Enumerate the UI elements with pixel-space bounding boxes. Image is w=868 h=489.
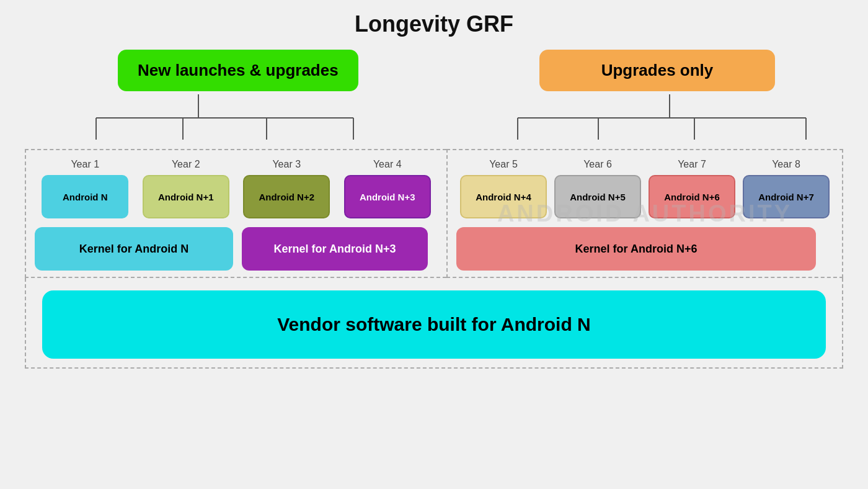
section-left: Year 1 Android N Year 2 Android N+1 Year… [25, 149, 446, 278]
year-col-4: Year 4 Android N+3 [337, 159, 438, 218]
android-n4-box: Android N+4 [460, 175, 547, 218]
page-title: Longevity GRF [355, 11, 513, 37]
year-row-right: Year 5 Android N+4 Year 6 Android N+5 Ye… [456, 159, 833, 218]
android-n-box: Android N [42, 175, 128, 218]
year-col-5: Year 5 Android N+4 [456, 159, 551, 218]
vendor-box: Vendor software built for Android N [42, 290, 826, 359]
year-col-3: Year 3 Android N+2 [236, 159, 337, 218]
android-n2-box: Android N+2 [243, 175, 330, 218]
kernel-row-right: Kernel for Android N+6 [456, 227, 833, 271]
android-n5-box: Android N+5 [554, 175, 641, 218]
connector-svg [25, 43, 843, 149]
year-col-8: Year 8 Android N+7 [739, 159, 833, 218]
android-n7-box: Android N+7 [743, 175, 830, 218]
main-sections: Year 1 Android N Year 2 Android N+1 Year… [25, 149, 843, 369]
vendor-section: Vendor software built for Android N [25, 278, 843, 369]
page-title-container: Longevity GRF [355, 0, 513, 43]
kernel-n3-box-left: Kernel for Android N+3 [242, 227, 428, 271]
kernel-row-left: Kernel for Android N Kernel for Android … [35, 227, 438, 271]
android-n6-box: Android N+6 [649, 175, 735, 218]
section-right: ANDROID AUTHORITY Year 5 Android N+4 Yea… [446, 149, 843, 278]
year-row-left: Year 1 Android N Year 2 Android N+1 Year… [35, 159, 438, 218]
android-n3-box: Android N+3 [344, 175, 431, 218]
year-col-7: Year 7 Android N+6 [645, 159, 739, 218]
year-col-6: Year 6 Android N+5 [551, 159, 645, 218]
kernel-n6-box: Kernel for Android N+6 [456, 227, 816, 271]
year-col-2: Year 2 Android N+1 [136, 159, 237, 218]
year-col-1: Year 1 Android N [35, 159, 136, 218]
kernel-n-box: Kernel for Android N [35, 227, 233, 271]
android-n1-box: Android N+1 [143, 175, 229, 218]
